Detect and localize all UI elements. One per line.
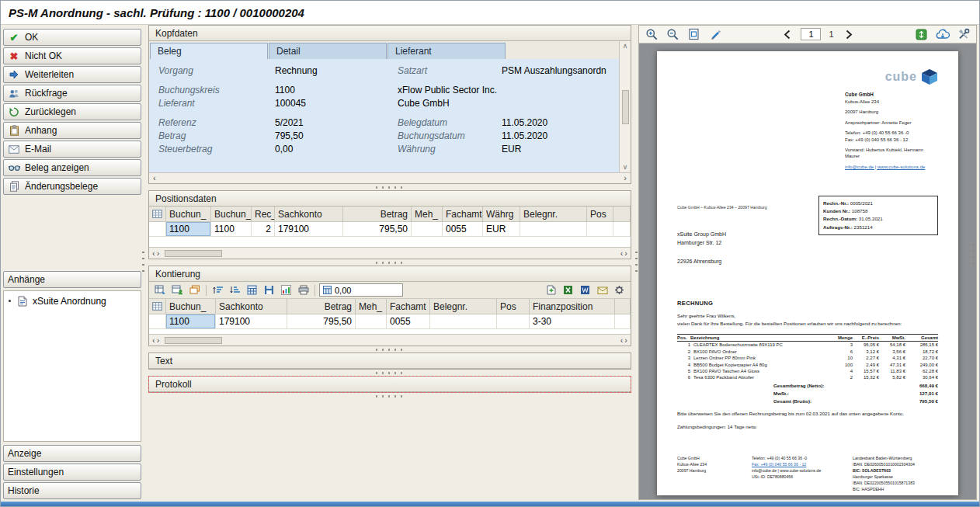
- tab-lieferant[interactable]: Lieferant: [387, 43, 506, 59]
- column-header[interactable]: Betrag: [343, 207, 412, 222]
- scroll-left-icon[interactable]: ‹: [152, 249, 155, 258]
- sort-ascending-icon[interactable]: [210, 283, 225, 297]
- column-header[interactable]: Sachkonto: [275, 207, 343, 222]
- attachments-header[interactable]: Anhänge: [3, 271, 141, 288]
- table-cell[interactable]: 179100: [275, 222, 343, 237]
- inquiry-button[interactable]: Rückfrage: [3, 85, 141, 102]
- pen-icon[interactable]: [707, 27, 722, 41]
- panel-toggle-icon[interactable]: [914, 27, 929, 41]
- fit-page-icon[interactable]: [686, 27, 701, 41]
- settings-gear-icon[interactable]: [612, 283, 627, 297]
- section-splitter[interactable]: [148, 259, 631, 266]
- column-header[interactable]: Meh_: [412, 207, 443, 222]
- scroll-up-icon[interactable]: ∧: [623, 43, 628, 50]
- table-options-icon[interactable]: [149, 207, 166, 222]
- scroll-right-icon[interactable]: ›: [624, 336, 627, 345]
- next-page-icon[interactable]: [842, 27, 857, 41]
- table-cell[interactable]: [412, 222, 443, 237]
- show-document-button[interactable]: Beleg anzeigen: [3, 159, 141, 176]
- table-cell[interactable]: 1100: [166, 314, 216, 329]
- table-cell[interactable]: [497, 314, 530, 329]
- column-header[interactable]: Finanzposition: [530, 299, 615, 314]
- column-header[interactable]: Sachkonto: [216, 299, 287, 314]
- section-splitter[interactable]: [148, 370, 631, 376]
- scroll-left-icon[interactable]: ‹: [152, 336, 155, 345]
- ok-button[interactable]: ✔ OK: [3, 29, 141, 46]
- horizontal-scrollbar[interactable]: ‹ ›: [149, 172, 631, 183]
- duplicate-window-icon[interactable]: [187, 283, 202, 297]
- positions-scrollbar[interactable]: ‹ › ‹ ›: [149, 247, 631, 259]
- column-header[interactable]: Meh_: [356, 299, 387, 314]
- column-header[interactable]: Buchun_: [166, 207, 211, 222]
- table-cell[interactable]: 0055: [443, 222, 483, 237]
- scroll-left-icon[interactable]: ‹: [620, 336, 624, 345]
- table-cell[interactable]: 795,50: [287, 314, 356, 329]
- column-header[interactable]: Pos: [587, 207, 613, 222]
- putback-button[interactable]: Zurücklegen: [3, 103, 141, 120]
- document-area[interactable]: cube Cube GmbH Kubus-Allee 234 20097 Ham…: [639, 43, 976, 499]
- forward-button[interactable]: Weiterleiten: [3, 66, 141, 83]
- column-header[interactable]: Fachamt: [387, 299, 430, 314]
- tools-icon[interactable]: [956, 27, 971, 41]
- table-cell[interactable]: EUR: [483, 222, 520, 237]
- sort-descending-icon[interactable]: [228, 283, 242, 297]
- column-header[interactable]: Belegnr.: [430, 299, 497, 314]
- zoom-out-icon[interactable]: [665, 27, 680, 41]
- column-header[interactable]: Rec_: [252, 207, 275, 222]
- table-detail-icon[interactable]: [153, 283, 168, 297]
- not-ok-button[interactable]: ✖ Nicht OK: [3, 47, 141, 64]
- column-header[interactable]: Buchun_: [211, 207, 252, 222]
- table-cell[interactable]: 3-30: [530, 314, 615, 329]
- page-number-input[interactable]: [801, 28, 821, 40]
- mail-document-icon[interactable]: [595, 283, 610, 297]
- protokoll-title[interactable]: Protokoll: [149, 377, 631, 392]
- table-cell[interactable]: 1100: [211, 222, 252, 237]
- attachment-button[interactable]: Anhang: [3, 122, 141, 139]
- scroll-down-icon[interactable]: ∨: [623, 164, 628, 171]
- scrollbar-thumb[interactable]: [165, 337, 222, 344]
- column-header[interactable]: Pos: [497, 299, 530, 314]
- viewer-collapse-handle[interactable]: [971, 239, 975, 270]
- prev-page-icon[interactable]: [780, 27, 794, 41]
- tab-detail[interactable]: Detail: [269, 43, 387, 59]
- column-header[interactable]: Betrag: [287, 299, 356, 314]
- table-user-icon[interactable]: [170, 283, 185, 297]
- save-icon[interactable]: [262, 283, 276, 297]
- table-cell[interactable]: [520, 222, 587, 237]
- table-options-icon[interactable]: [149, 299, 166, 314]
- column-header[interactable]: Buchun_: [166, 299, 216, 314]
- section-splitter[interactable]: [148, 346, 631, 352]
- row-select-cell[interactable]: [149, 314, 166, 329]
- cloud-sync-icon[interactable]: [935, 27, 950, 41]
- scroll-right-icon[interactable]: ›: [624, 174, 627, 182]
- scrollbar-thumb[interactable]: [622, 90, 629, 124]
- column-header[interactable]: Fachamt: [443, 207, 483, 222]
- section-splitter[interactable]: [148, 393, 631, 399]
- table-cell[interactable]: 0055: [387, 314, 430, 329]
- kontierung-scrollbar[interactable]: ‹ › ‹ ›: [149, 334, 631, 346]
- print-icon[interactable]: [296, 283, 311, 297]
- tab-beleg[interactable]: Beleg: [150, 43, 268, 59]
- excel-export-icon[interactable]: [561, 283, 575, 297]
- chart-icon[interactable]: [279, 283, 294, 297]
- table-cell[interactable]: 2: [252, 222, 275, 237]
- scroll-right-icon[interactable]: ›: [157, 336, 160, 345]
- attachment-item[interactable]: xSuite Anordnung: [9, 295, 136, 307]
- table-cell[interactable]: [430, 314, 497, 329]
- section-splitter[interactable]: [148, 184, 631, 190]
- vertical-scrollbar[interactable]: ∧ ∨: [619, 41, 631, 172]
- table-cell[interactable]: [356, 314, 387, 329]
- history-button[interactable]: Historie: [3, 482, 141, 499]
- column-header[interactable]: Belegnr.: [520, 207, 587, 222]
- left-splitter[interactable]: [141, 25, 145, 500]
- scroll-right-icon[interactable]: ›: [624, 249, 627, 258]
- new-document-icon[interactable]: [544, 283, 558, 297]
- change-documents-button[interactable]: Änderungsbelege: [3, 178, 141, 195]
- display-button[interactable]: Anzeige: [3, 445, 141, 462]
- scroll-left-icon[interactable]: ‹: [153, 174, 156, 182]
- text-title[interactable]: Text: [149, 353, 631, 369]
- settings-button[interactable]: Einstellungen: [3, 464, 141, 481]
- table-cell[interactable]: 179100: [216, 314, 287, 329]
- email-button[interactable]: E-Mail: [3, 141, 141, 158]
- column-header[interactable]: Währg: [483, 207, 520, 222]
